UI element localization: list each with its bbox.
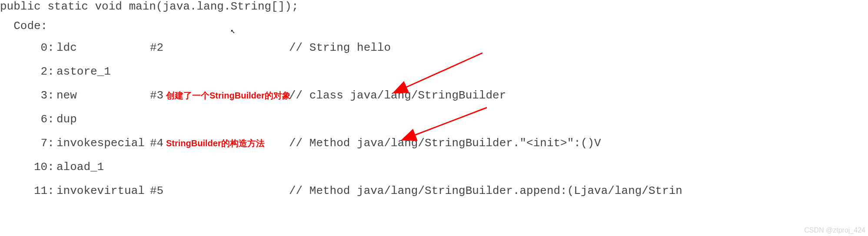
bytecode-ref: #2 bbox=[150, 41, 163, 54]
annotation-arrow-icon bbox=[0, 0, 868, 236]
bytecode-ref: #5 bbox=[150, 184, 163, 197]
bytecode-offset: 11: bbox=[0, 184, 54, 197]
annotation-line3: 创建了一个StringBuilder的对象 bbox=[166, 90, 291, 102]
mouse-cursor-icon: ↖ bbox=[230, 26, 235, 36]
bytecode-offset: 3: bbox=[0, 89, 54, 102]
bytecode-offset: 6: bbox=[0, 113, 54, 126]
bytecode-comment: // String hello bbox=[289, 41, 391, 54]
watermark: CSDN @ztproj_424 bbox=[804, 226, 865, 234]
svg-line-2 bbox=[413, 108, 487, 136]
bytecode-ref: #3 bbox=[150, 89, 163, 102]
bytecode-offset: 2: bbox=[0, 65, 54, 78]
bytecode-mnemonic: aload_1 bbox=[57, 161, 104, 174]
bytecode-offset: 7: bbox=[0, 137, 54, 150]
bytecode-comment: // Method java/lang/StringBuilder."<init… bbox=[289, 137, 601, 150]
svg-line-1 bbox=[404, 53, 482, 88]
bytecode-offset: 0: bbox=[0, 41, 54, 54]
bytecode-mnemonic: astore_1 bbox=[57, 65, 111, 78]
bytecode-mnemonic: new bbox=[57, 89, 77, 102]
bytecode-mnemonic: dup bbox=[57, 113, 77, 126]
annotation-line7: StringBuilder的构造方法 bbox=[166, 138, 265, 149]
bytecode-mnemonic: ldc bbox=[57, 41, 77, 54]
code-label: Code: bbox=[0, 20, 47, 33]
method-signature: public static void main(java.lang.String… bbox=[0, 0, 299, 13]
bytecode-mnemonic: invokevirtual bbox=[57, 184, 145, 197]
bytecode-ref: #4 bbox=[150, 137, 163, 150]
bytecode-comment: // class java/lang/StringBuilder bbox=[289, 89, 506, 102]
bytecode-comment: // Method java/lang/StringBuilder.append… bbox=[289, 184, 682, 197]
bytecode-mnemonic: invokespecial bbox=[57, 137, 145, 150]
bytecode-offset: 10: bbox=[0, 161, 54, 174]
